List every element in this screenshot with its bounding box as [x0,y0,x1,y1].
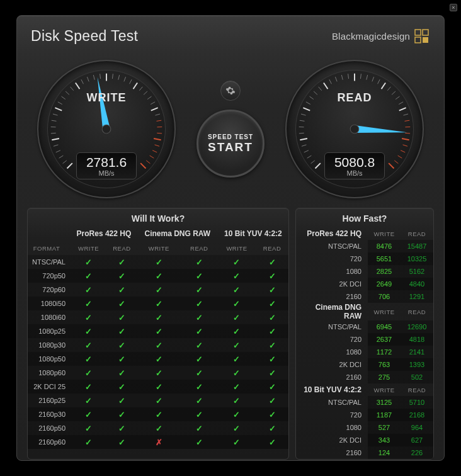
check-cell: ✓ [218,435,256,449]
svg-line-68 [360,74,361,79]
format-name: 2K DCI 25 [28,380,71,394]
read-readout: 5080.8 MB/s [324,152,385,179]
table-row: 21607061291 [296,290,433,303]
check-cell: ✓ [181,435,218,449]
format-name: 720 [296,252,368,265]
start-button[interactable]: SPEED TEST START [196,110,265,178]
wr-header: WRITE [218,241,256,255]
read-gauge: READ 5080.8 MB/s [285,60,424,198]
check-cell: ✓ [218,255,256,269]
svg-line-73 [387,87,390,91]
svg-rect-1 [423,30,428,35]
svg-line-5 [63,161,67,164]
format-name: 1080p30 [28,338,71,352]
svg-line-52 [300,139,307,140]
svg-line-39 [154,139,161,140]
check-cell: ✓ [218,324,256,338]
svg-line-57 [303,108,310,111]
check-icon: ✓ [118,396,125,405]
check-cell: ✓ [71,407,106,421]
check-cell: ✓ [256,310,288,324]
check-cell: ✓ [137,407,181,421]
write-gauge-label: WRITE [38,91,174,105]
table-row: 1080527964 [296,421,433,434]
check-icon: ✓ [118,368,125,378]
table-row: 1080p60✓✓✓✓✓✓ [28,366,288,380]
check-cell: ✓ [218,283,256,297]
check-cell: ✓ [218,310,256,324]
write-gauge: WRITE 2781.6 MB/s [37,60,176,198]
format-label: FORMAT [28,241,71,255]
check-cell: ✓ [256,338,288,352]
check-icon: ✓ [233,341,240,350]
check-cell: ✓ [256,407,288,421]
codec-header: Cinema DNG RAW [296,303,368,320]
check-icon: ✓ [233,299,240,309]
table-row: 72026374818 [296,333,433,346]
check-icon: ✓ [233,271,240,281]
svg-line-21 [87,77,89,81]
check-icon: ✓ [196,410,203,419]
write-fps: 2637 [368,333,401,346]
check-cell: ✓ [106,255,137,269]
check-icon: ✓ [269,396,276,405]
svg-line-12 [52,120,57,121]
svg-line-4 [67,163,72,168]
read-fps: 12690 [401,320,433,333]
check-cell: ✓ [181,310,218,324]
svg-line-29 [134,83,138,89]
check-cell: ✓ [218,380,256,394]
table-row: 2K DCI26494840 [296,278,433,290]
check-icon: ✓ [196,271,203,281]
svg-line-44 [140,163,145,168]
how-fast-title: How Fast? [296,208,433,227]
write-value: 2781.6 [77,156,136,169]
format-name: 2160 [296,446,368,459]
svg-line-55 [300,120,305,121]
check-icon: ✓ [85,410,92,419]
svg-line-65 [341,75,343,80]
check-icon: ✓ [118,258,125,267]
write-header: WRITE [368,227,401,240]
table-row: 2K DCI7631393 [296,358,433,371]
check-icon: ✓ [156,396,162,405]
svg-line-86 [394,161,398,164]
settings-button[interactable] [220,81,241,101]
gauges-area: WRITE 2781.6 MB/s SPEED TEST START [17,50,444,208]
svg-rect-0 [415,30,421,35]
svg-line-22 [93,75,94,80]
read-header: READ [401,383,433,396]
format-name: 2160p60 [28,435,71,449]
check-icon: ✓ [118,313,125,322]
check-cell: ✓ [71,255,106,269]
will-it-work-panel: Will It Work? ProRes 422 HQCinema DNG RA… [27,208,289,460]
read-fps: 4840 [401,278,433,290]
check-icon: ✓ [85,368,92,378]
panels: Will It Work? ProRes 422 HQCinema DNG RA… [17,208,444,461]
write-fps: 2825 [368,265,401,278]
format-name: 720p60 [28,283,71,297]
check-cell: ✓ [256,283,288,297]
wr-header: WRITE [71,241,106,255]
svg-line-8 [54,145,58,146]
svg-line-23 [100,74,101,79]
svg-line-26 [118,75,120,80]
svg-rect-2 [415,37,421,43]
svg-line-43 [146,161,150,164]
check-icon: ✓ [85,341,92,350]
codec-header: 10 Bit YUV 4:2:2 [218,227,288,241]
svg-line-66 [348,74,349,79]
close-button[interactable]: × [450,4,457,11]
check-icon: ✓ [269,341,276,350]
svg-line-82 [402,139,409,140]
svg-line-49 [307,156,312,158]
check-cell: ✓ [71,324,106,338]
table-row: 720p50✓✓✓✓✓✓ [28,269,288,283]
check-icon: ✓ [269,368,276,378]
svg-line-10 [51,133,56,133]
svg-line-81 [405,133,410,133]
svg-line-7 [56,150,60,152]
brand: Blackmagicdesign [332,28,430,45]
svg-line-50 [304,150,309,152]
svg-line-35 [155,114,160,115]
